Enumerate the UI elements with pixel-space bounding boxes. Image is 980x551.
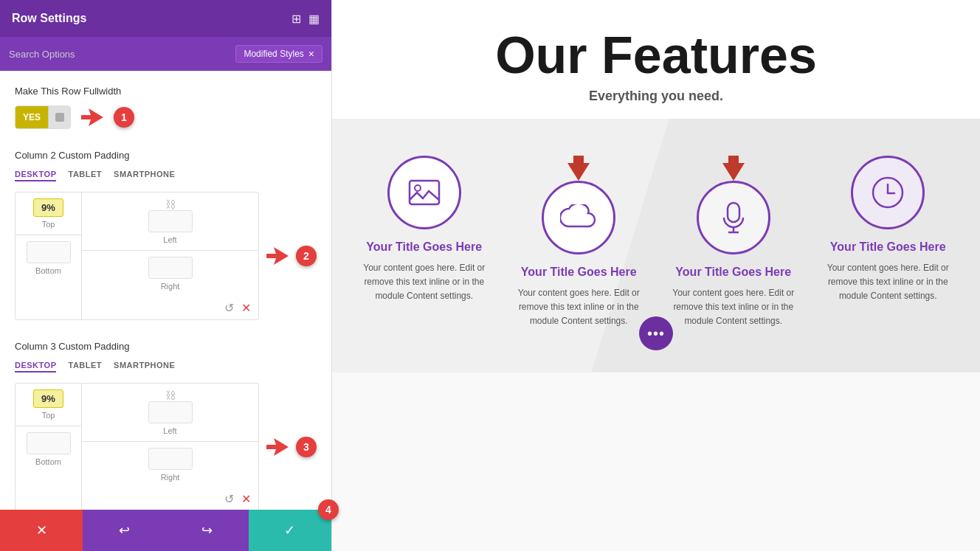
feature-title-2: Your Title Goes Here <box>521 265 637 280</box>
feature-text-1: Your content goes here. Edit or remove t… <box>354 261 494 304</box>
col2-top-label: Top <box>42 220 55 229</box>
col3-tab-tablet[interactable]: TABLET <box>68 361 102 372</box>
col2-padding-section: Column 2 Custom Padding DESKTOP TABLET S… <box>15 150 317 320</box>
floating-menu-button[interactable]: ••• <box>639 316 673 350</box>
modified-styles-label: Modified Styles <box>244 49 303 59</box>
col2-tab-desktop[interactable]: DESKTOP <box>15 170 56 181</box>
features-grid: Your Title Goes Here Your content goes h… <box>354 156 958 328</box>
toggle-knob <box>55 113 64 122</box>
fullwidth-label: Make This Row Fullwidth <box>15 86 317 97</box>
feature-text-4: Your content goes here. Edit or remove t… <box>818 261 959 304</box>
col3-left-input[interactable] <box>148 401 193 423</box>
col3-tab-smartphone[interactable]: SMARTPHONE <box>114 361 175 372</box>
undo-icon: ↩ <box>119 522 130 538</box>
panel-content: Make This Row Fullwidth YES 1 Column 2 C… <box>0 71 331 551</box>
col2-bottom-cell: Bottom <box>15 235 81 281</box>
svg-rect-6 <box>410 181 439 204</box>
step-badge-4: 4 <box>318 499 339 520</box>
col2-left-col: 9% Top Bottom <box>15 193 82 319</box>
save-icon: ✓ <box>284 522 295 538</box>
col2-bottom-label: Bottom <box>35 266 61 275</box>
col3-bottom-input[interactable] <box>27 432 71 454</box>
col2-reset-btn[interactable]: ↺ <box>224 301 234 315</box>
cancel-button[interactable]: ✕ <box>0 510 83 551</box>
down-arrow-3 <box>722 156 745 181</box>
col2-left-input[interactable] <box>148 210 193 232</box>
feature-icon-wrap-1 <box>387 156 461 229</box>
col3-right-pad-cell: Right <box>82 441 258 488</box>
col2-device-tabs: DESKTOP TABLET SMARTPHONE <box>15 170 317 181</box>
feature-text-3: Your content goes here. Edit or remove t… <box>663 286 804 329</box>
grid-icon[interactable]: ▦ <box>308 12 320 26</box>
save-button[interactable]: ✓ 4 <box>249 510 331 551</box>
cloud-icon <box>560 204 597 231</box>
col2-right-pad-cell: Right <box>82 250 258 297</box>
settings-panel: Row Settings ⊞ ▦ Modified Styles × Make … <box>0 0 332 551</box>
step-badge-1: 1 <box>114 107 134 128</box>
col3-padding-inputs: 9% Top Bottom ⛓ Left <box>15 383 259 511</box>
step-badge-2: 2 <box>296 246 317 266</box>
svg-rect-5 <box>266 445 278 449</box>
svg-rect-1 <box>81 115 93 119</box>
col2-tab-smartphone[interactable]: SMARTPHONE <box>114 170 175 181</box>
redo-icon: ↪ <box>201 522 213 538</box>
undo-button[interactable]: ↩ <box>83 510 165 551</box>
svg-rect-3 <box>266 254 278 258</box>
col3-top-cell: 9% Top <box>15 384 81 426</box>
mic-icon <box>721 201 746 234</box>
redo-button[interactable]: ↪ <box>166 510 249 551</box>
fullwidth-toggle[interactable]: YES <box>15 105 71 129</box>
feature-card-3: Your Title Goes Here Your content goes h… <box>663 156 804 328</box>
feature-icon-wrap-3 <box>697 181 770 254</box>
search-input[interactable] <box>9 49 230 60</box>
col3-left-col: 9% Top Bottom <box>15 384 82 510</box>
down-arrow-2 <box>567 156 590 181</box>
fullwidth-toggle-row: YES 1 <box>15 105 317 129</box>
clock-icon <box>871 176 905 209</box>
col3-right-label: Right <box>161 473 180 482</box>
col2-top-cell: 9% Top <box>15 193 81 235</box>
preview-panel: Our Features Everything you need. Your T… <box>332 0 980 551</box>
panel-footer: ✕ ↩ ↪ ✓ 4 <box>0 510 331 551</box>
col2-padding-inputs: 9% Top Bottom ⛓ Left <box>15 192 259 320</box>
hero-title: Our Features <box>347 30 965 81</box>
clear-modified-icon[interactable]: × <box>308 48 314 60</box>
image-icon <box>408 179 441 206</box>
svg-marker-9 <box>722 156 745 181</box>
col2-bottom-input[interactable] <box>27 241 71 263</box>
col2-tab-tablet[interactable]: TABLET <box>68 170 102 181</box>
col3-label: Column 3 Custom Padding <box>15 341 317 352</box>
col3-top-label: Top <box>42 411 55 420</box>
search-bar: Modified Styles × <box>0 37 331 71</box>
toggle-yes-label: YES <box>15 106 48 128</box>
col2-label: Column 2 Custom Padding <box>15 150 317 161</box>
col2-clear-btn[interactable]: ✕ <box>241 301 251 315</box>
arrow-icon-2 <box>266 247 289 265</box>
modified-styles-badge[interactable]: Modified Styles × <box>235 45 322 63</box>
feature-icon-wrap-2 <box>542 181 615 254</box>
features-section: Your Title Goes Here Your content goes h… <box>332 119 980 372</box>
feature-card-2: Your Title Goes Here Your content goes h… <box>509 156 649 328</box>
col3-device-tabs: DESKTOP TABLET SMARTPHONE <box>15 361 317 372</box>
col2-left-label: Left <box>163 235 176 244</box>
feature-title-4: Your Title Goes Here <box>830 240 946 255</box>
col3-reset-btn[interactable]: ↺ <box>224 492 234 506</box>
col3-bottom-label: Bottom <box>35 457 61 466</box>
toggle-handle <box>48 106 70 128</box>
hero-section: Our Features Everything you need. <box>332 0 980 119</box>
col3-tab-desktop[interactable]: DESKTOP <box>15 361 56 372</box>
header-icons: ⊞ ▦ <box>291 12 320 26</box>
step-badge-3: 3 <box>296 437 317 457</box>
col2-actions: ↺ ✕ <box>82 297 258 319</box>
svg-point-7 <box>415 185 421 191</box>
col3-padding-section: Column 3 Custom Padding DESKTOP TABLET S… <box>15 341 317 511</box>
floating-menu-icon: ••• <box>647 325 665 342</box>
col2-right-input[interactable] <box>148 257 193 279</box>
col3-left-label: Left <box>163 426 176 435</box>
col3-right-input[interactable] <box>148 448 193 470</box>
col3-top-value[interactable]: 9% <box>33 389 63 408</box>
arrow-icon-3 <box>266 438 289 456</box>
col2-top-value[interactable]: 9% <box>33 198 63 217</box>
expand-icon[interactable]: ⊞ <box>291 12 301 26</box>
col3-clear-btn[interactable]: ✕ <box>241 492 251 506</box>
